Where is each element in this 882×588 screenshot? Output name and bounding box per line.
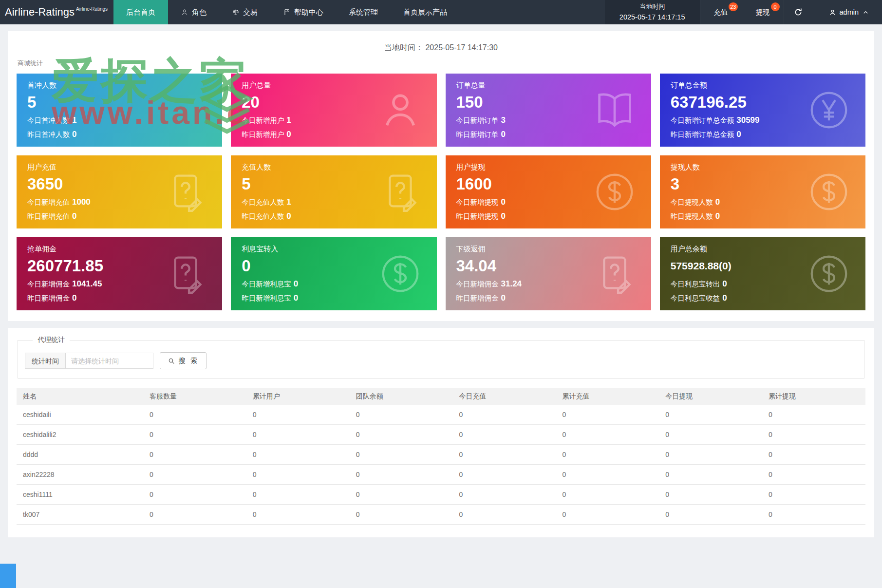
table-cell: 0 (556, 445, 659, 465)
table-row: tk0070000000 (17, 505, 865, 525)
nav-item-roles[interactable]: 角色 (168, 0, 219, 24)
column-header: 今日充值 (453, 388, 556, 405)
table-cell: 0 (350, 465, 453, 485)
table-cell: 0 (762, 405, 865, 425)
agent-table: 姓名客服数量累计用户团队余额今日充值累计充值今日提现累计提现 ceshidail… (17, 388, 865, 525)
table-cell: 0 (556, 465, 659, 485)
yen-icon (806, 87, 852, 133)
table-cell: 0 (350, 485, 453, 505)
column-header: 今日提现 (659, 388, 762, 405)
username: admin (840, 8, 859, 16)
time-filter-group: 统计时间 (25, 353, 153, 369)
dollar-icon (592, 169, 638, 215)
table-cell: axin22228 (17, 465, 143, 485)
refresh-icon (794, 8, 803, 17)
time-filter-input[interactable] (66, 353, 153, 369)
table-cell: 0 (143, 405, 246, 425)
dollar-icon (377, 251, 423, 297)
table-cell: 0 (246, 465, 350, 485)
table-cell: ceshi1111 (17, 485, 143, 505)
stat-card-withdraw-count: 提现人数 3 今日提现人数0 昨日提现人数0 (660, 155, 865, 228)
withdraw-badge: 0 (771, 2, 780, 11)
app-logo: Airline-Ratings Airline-Ratings (0, 0, 113, 24)
doc-icon (377, 169, 423, 215)
stat-card-order-total: 订单总量 150 今日新增订单3 昨日新增订单0 (446, 74, 651, 147)
table-cell: 0 (143, 425, 246, 445)
search-button-label: 搜 索 (179, 357, 199, 365)
search-button[interactable]: 搜 索 (160, 352, 206, 369)
agent-legend: 代理统计 (33, 336, 70, 344)
withdraw-label: 提现 (756, 8, 770, 17)
chevron-up-icon (862, 9, 869, 16)
table-cell: tk007 (17, 505, 143, 525)
table-cell: 0 (453, 445, 556, 465)
nav-item-trade[interactable]: 交易 (219, 0, 270, 24)
table-row: dddd0000000 (17, 445, 865, 465)
section-label: 商城统计 (18, 59, 865, 68)
table-cell: 0 (143, 465, 246, 485)
nav-item-system-manage[interactable]: 系统管理 (336, 0, 391, 24)
table-cell: 0 (659, 405, 762, 425)
agent-fieldset: 代理统计 统计时间 搜 索 (18, 336, 864, 379)
table-cell: 0 (659, 505, 762, 525)
agent-table-head: 姓名客服数量累计用户团队余额今日充值累计充值今日提现累计提现 (17, 388, 865, 405)
user-menu[interactable]: admin (812, 0, 882, 24)
recharge-badge: 23 (729, 2, 737, 11)
stat-card-value: 5 (27, 94, 211, 111)
stat-card-order-amount-total: 订单总金额 637196.25 今日新增订单总金额30599 昨日新增订单总金额… (660, 74, 865, 147)
agent-table-body: ceshidaili0000000ceshidalili20000000dddd… (17, 405, 865, 525)
table-cell: 0 (762, 425, 865, 445)
nav-item-help-center[interactable]: 帮助中心 (270, 0, 336, 24)
table-cell: 0 (246, 505, 350, 525)
table-cell: 0 (762, 505, 865, 525)
top-navbar: Airline-Ratings Airline-Ratings 后台首页 角色 … (0, 0, 882, 24)
book-icon (592, 87, 638, 133)
local-time-value: 2025-05-17 14:17:15 (619, 12, 685, 22)
nav-right: 当地时间 2025-05-17 14:17:15 充值 23 提现 0 ad (605, 0, 882, 24)
table-cell: 0 (350, 405, 453, 425)
table-cell: 0 (246, 445, 350, 465)
logo-superscript: Airline-Ratings (76, 6, 108, 12)
agent-panel: 代理统计 统计时间 搜 索 姓名客服数量累计用户团队余额今日充值累计充值今日提现… (8, 328, 874, 537)
scales-icon (232, 8, 240, 16)
search-icon (168, 357, 175, 365)
table-row: ceshidaili0000000 (17, 405, 865, 425)
stat-card-sub-rebate: 下级返佣 34.04 今日新增佣金31.24 昨日新增佣金0 (446, 237, 651, 310)
table-cell: 0 (246, 485, 350, 505)
person-icon (377, 87, 423, 133)
flag-icon (283, 8, 291, 16)
refresh-button[interactable] (784, 0, 812, 24)
column-header: 团队余额 (350, 388, 453, 405)
table-cell: 0 (246, 405, 350, 425)
table-cell: 0 (453, 465, 556, 485)
table-cell: 0 (143, 485, 246, 505)
table-cell: 0 (556, 405, 659, 425)
table-cell: ceshidaili (17, 405, 143, 425)
stat-card-yesterday: 昨日首冲人数0 (27, 130, 211, 139)
column-header: 客服数量 (143, 388, 246, 405)
table-cell: 0 (143, 505, 246, 525)
column-header: 累计充值 (556, 388, 659, 405)
table-cell: 0 (453, 485, 556, 505)
table-cell: 0 (556, 505, 659, 525)
table-cell: 0 (556, 485, 659, 505)
table-cell: ceshidalili2 (17, 425, 143, 445)
recharge-button[interactable]: 充值 23 (700, 0, 742, 24)
local-time-label: 当地时间 (639, 2, 665, 12)
dashboard-local-time: 当地时间： 2025-05-17 14:17:30 (17, 37, 865, 54)
nav-item-home[interactable]: 后台首页 (113, 0, 168, 24)
doc-icon (163, 251, 208, 297)
doc-icon (163, 169, 208, 215)
table-cell: 0 (556, 425, 659, 445)
table-cell: 0 (350, 505, 453, 525)
corner-widget-button[interactable] (0, 564, 16, 588)
stat-card-user-withdraw: 用户提现 1600 今日新增提现0 昨日新增提现0 (446, 155, 651, 228)
column-header: 累计用户 (246, 388, 350, 405)
stat-card-grab-commission: 抢单佣金 260771.85 今日新增佣金1041.45 昨日新增佣金0 (17, 237, 222, 310)
person-icon (181, 8, 188, 16)
doc-icon (592, 251, 638, 297)
table-cell: 0 (453, 425, 556, 445)
nav-item-home-products[interactable]: 首页展示产品 (391, 0, 460, 24)
withdraw-button[interactable]: 提现 0 (742, 0, 784, 24)
filter-row: 统计时间 搜 索 (25, 352, 857, 369)
